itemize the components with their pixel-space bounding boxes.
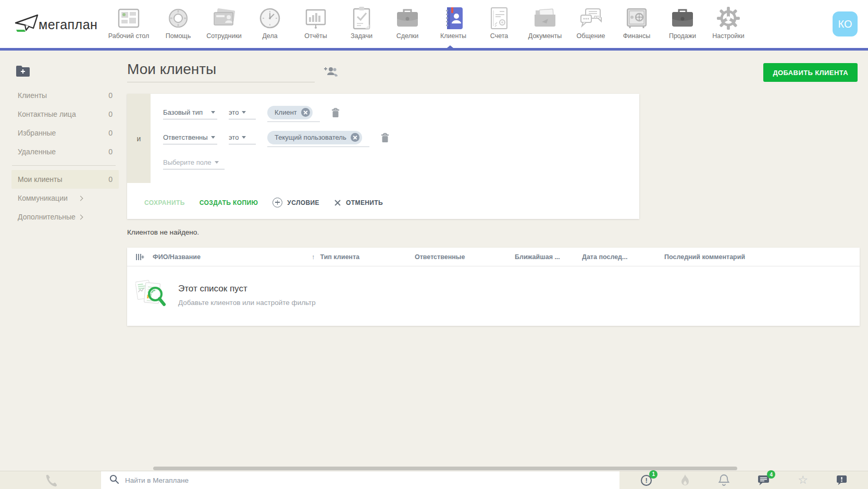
column-header-lastcomment[interactable]: Последний комментарий [664, 253, 860, 261]
main-content: ДОБАВИТЬ КЛИЕНТА и Базовый тип это [127, 51, 868, 471]
filter-value-chip: Клиент [267, 106, 313, 119]
invoice-doc-icon [489, 5, 509, 31]
create-copy-button[interactable]: СОЗДАТЬ КОПИЮ [200, 199, 258, 206]
filter-field-select[interactable]: Базовый тип [163, 108, 217, 119]
nav-label: Настройки [712, 32, 744, 40]
global-search [101, 471, 619, 489]
empty-state-texts: Этот список пуст Добавьте клиентов или н… [178, 284, 316, 307]
add-people-icon[interactable] [324, 66, 338, 79]
user-avatar[interactable]: КО [833, 11, 858, 36]
no-results-text: Клиентов не найдено. [127, 228, 199, 236]
column-header-responsible[interactable]: Ответственные [415, 253, 515, 261]
sidebar-item-clients[interactable]: Клиенты 0 [11, 86, 119, 105]
nav-label: Сделки [396, 32, 419, 40]
add-field-select[interactable]: Выберите поле [163, 158, 225, 169]
nav-item-todos[interactable]: Дела [247, 5, 293, 46]
add-client-button[interactable]: ДОБАВИТЬ КЛИЕНТА [763, 63, 858, 82]
logo-text: мегаплан [39, 17, 97, 32]
sidebar-item-count: 0 [108, 175, 113, 184]
clients-table: ФИО/Название ↑ Тип клиента Ответственные… [127, 248, 860, 326]
sidebar-item-count: 0 [108, 91, 113, 100]
filter-value-field[interactable]: Клиент [267, 106, 320, 122]
filter-operator-select[interactable]: это [229, 133, 256, 144]
feedback-button[interactable] [836, 475, 847, 485]
nav-item-invoices[interactable]: Счета [476, 5, 522, 46]
nav-item-settings[interactable]: Настройки [705, 5, 751, 46]
close-icon [334, 199, 341, 206]
nav-item-deals[interactable]: Сделки [385, 5, 430, 46]
column-settings-icon[interactable] [127, 253, 153, 261]
alerts-button[interactable]: ! 1 [641, 475, 652, 486]
nav-label: Рабочий стол [108, 32, 149, 40]
nav-item-sales[interactable]: Продажи [660, 5, 705, 46]
lifebuoy-icon [167, 5, 190, 31]
filter-row: Ответственный это Текущий пользователь [163, 126, 389, 151]
delete-condition-icon[interactable] [331, 108, 340, 120]
column-header-type[interactable]: ↑ Тип клиента [312, 253, 415, 261]
column-header-label: Тип клиента [320, 253, 359, 261]
sidebar-item-label: Коммуникации [18, 194, 68, 202]
horizontal-scrollbar[interactable] [153, 467, 737, 470]
fire-button[interactable] [680, 474, 690, 486]
save-filter-button[interactable]: СОХРАНИТЬ [144, 199, 185, 206]
sidebar-item-my-clients[interactable]: Мои клиенты 0 [11, 170, 119, 189]
filter-field-select[interactable]: Ответственный [163, 133, 217, 144]
nav-item-documents[interactable]: Документы [522, 5, 568, 46]
cancel-filter-button[interactable]: ОТМЕНИТЬ [334, 199, 383, 206]
nav-label: Общение [577, 32, 605, 40]
megaplan-logo[interactable]: мегаплан [14, 13, 97, 36]
remove-value-icon[interactable] [351, 133, 359, 142]
column-header-lastdate[interactable]: Дата послед... [582, 253, 664, 261]
notifications-button[interactable] [718, 474, 729, 486]
nav-label: Сотрудники [206, 32, 242, 40]
add-condition-button[interactable]: УСЛОВИЕ [272, 198, 319, 207]
filter-value-field[interactable]: Текущий пользователь [267, 131, 369, 147]
nav-item-reports[interactable]: Отчёты [293, 5, 339, 46]
remove-value-icon[interactable] [301, 108, 310, 117]
sidebar-item-count: 0 [108, 148, 113, 156]
filter-operator-select[interactable]: это [229, 108, 256, 119]
desktop-icon [117, 5, 140, 31]
add-folder-icon[interactable] [16, 65, 30, 77]
bottom-icons: ! 1 4 ☆ [613, 471, 847, 489]
sidebar-item-additional[interactable]: Дополнительные [11, 207, 119, 226]
nav-label: Документы [528, 32, 562, 40]
nav-item-employees[interactable]: Сотрудники [201, 5, 247, 46]
gear-icon [716, 5, 740, 31]
filter-row: Выберите поле [163, 151, 389, 176]
column-header-nearest[interactable]: Ближайшая ... [515, 253, 582, 261]
sidebar-item-contacts[interactable]: Контактные лица 0 [11, 105, 119, 124]
condition-label: УСЛОВИЕ [287, 199, 319, 206]
nav-item-clients[interactable]: Клиенты [430, 5, 476, 46]
messages-button[interactable]: 4 [758, 475, 770, 485]
chevron-down-icon [242, 111, 246, 114]
nav-item-desktop[interactable]: Рабочий стол [102, 5, 155, 46]
dark-briefcase-icon [670, 5, 695, 31]
page-title-input[interactable] [127, 61, 315, 82]
briefcase-icon [395, 5, 420, 31]
sidebar-list: Клиенты 0 Контактные лица 0 Избранные 0 … [0, 86, 127, 226]
filter-rows: Базовый тип это Клиент [163, 101, 389, 176]
and-label: и [137, 135, 141, 143]
sidebar-item-favorites[interactable]: Избранные 0 [11, 124, 119, 142]
search-input[interactable] [125, 476, 619, 484]
favorites-button[interactable]: ☆ [798, 475, 808, 485]
phone-icon[interactable] [44, 473, 57, 489]
sidebar-item-communications[interactable]: Коммуникации [11, 189, 119, 207]
sidebar-item-deleted[interactable]: Удаленные 0 [11, 142, 119, 161]
nav-item-finance[interactable]: Финансы [614, 5, 660, 46]
nav-label: Дела [262, 32, 277, 40]
safe-icon [625, 5, 648, 31]
nav-item-tasks[interactable]: Задачи [339, 5, 385, 46]
filter-operator-label: это [229, 133, 239, 141]
sidebar-item-label: Мои клиенты [18, 175, 63, 184]
delete-condition-icon[interactable] [381, 133, 389, 145]
chip-label: Клиент [275, 108, 297, 116]
nav-label: Продажи [669, 32, 696, 40]
sidebar: Клиенты 0 Контактные лица 0 Избранные 0 … [0, 51, 127, 471]
clipboard-check-icon [351, 5, 372, 31]
filter-operator-label: это [229, 108, 239, 116]
column-header-name[interactable]: ФИО/Название [153, 253, 312, 261]
nav-item-help[interactable]: Помощь [155, 5, 201, 46]
nav-item-chat[interactable]: Общение [568, 5, 614, 46]
